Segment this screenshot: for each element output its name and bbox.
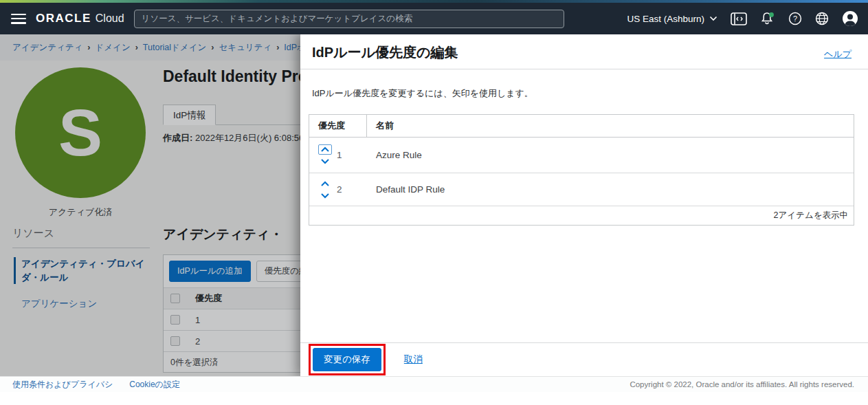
drawer-title: IdPルール優先度の編集 (312, 43, 458, 62)
content-area: アイデンティティ ドメイン Tutorialドメイン セキュリティ IdPポリシ… (0, 34, 868, 376)
edit-priority-drawer: IdPルール優先度の編集 ヘルプ IdPルール優先度を変更するには、矢印を使用し… (300, 34, 868, 376)
drawer-footer: 変更の保存 取消 (300, 342, 868, 376)
priority-cell: 2 (309, 179, 367, 201)
drawer-header: IdPルール優先度の編集 ヘルプ (300, 34, 868, 69)
reorder-controls (318, 179, 332, 201)
brand-oracle-text: ORACLE (36, 12, 91, 25)
priority-table: 優先度 名前 (309, 114, 854, 226)
language-globe-icon[interactable] (815, 12, 829, 25)
name-column-header: 名前 (367, 115, 854, 137)
chevron-up-icon (320, 146, 330, 153)
top-navigation-bar: ORACLE Cloud US East (Ashburn) ? (0, 3, 868, 34)
drawer-body: IdPルール優先度を変更するには、矢印を使用します。 優先度 名前 (300, 69, 868, 226)
rule-name: Azure Rule (367, 150, 854, 160)
oracle-cloud-logo[interactable]: ORACLE Cloud (36, 12, 124, 25)
chevron-down-icon (709, 16, 717, 21)
rule-name: Default IDP Rule (367, 184, 854, 195)
move-up-button[interactable] (318, 179, 332, 189)
chevron-up-icon (320, 181, 330, 187)
page-footer: 使用条件およびプライバシ Cookieの設定 Copyright © 2022,… (0, 376, 868, 392)
developer-console-icon[interactable] (731, 12, 747, 25)
copyright-text: Copyright © 2022, Oracle and/or its affi… (630, 380, 854, 388)
oracle-cloud-console: ORACLE Cloud US East (Ashburn) ? (0, 0, 868, 405)
user-avatar-icon[interactable] (842, 10, 858, 27)
item-count-label: 2アイテムを表示中 (309, 206, 854, 225)
chevron-down-icon (320, 193, 330, 199)
region-selector[interactable]: US East (Ashburn) (627, 14, 717, 24)
table-row: 1 Azure Rule (309, 138, 854, 173)
cancel-link[interactable]: 取消 (404, 353, 423, 366)
drawer-description: IdPルール優先度を変更するには、矢印を使用します。 (312, 87, 854, 100)
cookie-settings-link[interactable]: Cookieの設定 (129, 379, 180, 391)
move-up-button[interactable] (318, 144, 332, 155)
priority-table-header: 優先度 名前 (309, 115, 854, 138)
move-down-button[interactable] (318, 156, 332, 166)
move-down-button[interactable] (318, 190, 332, 201)
svg-text:?: ? (793, 14, 797, 23)
topbar-actions: US East (Ashburn) ? (627, 3, 858, 34)
save-changes-button[interactable]: 変更の保存 (313, 348, 381, 371)
priority-value: 1 (337, 150, 342, 160)
priority-value: 2 (337, 184, 342, 195)
reorder-controls (318, 144, 332, 166)
notifications-bell-icon[interactable] (760, 12, 775, 25)
priority-cell: 1 (309, 144, 367, 166)
table-row: 2 Default IDP Rule (309, 173, 854, 206)
help-link[interactable]: ヘルプ (824, 48, 852, 61)
hamburger-menu-icon[interactable] (11, 14, 26, 24)
annotation-highlight: 変更の保存 (309, 344, 386, 375)
chevron-down-icon (320, 158, 330, 164)
terms-privacy-link[interactable]: 使用条件およびプライバシ (12, 379, 113, 391)
region-label: US East (Ashburn) (627, 14, 704, 24)
priority-column-header: 優先度 (309, 115, 367, 137)
brand-cloud-text: Cloud (96, 12, 124, 25)
help-icon[interactable]: ? (788, 12, 802, 25)
search-input[interactable] (134, 10, 564, 28)
